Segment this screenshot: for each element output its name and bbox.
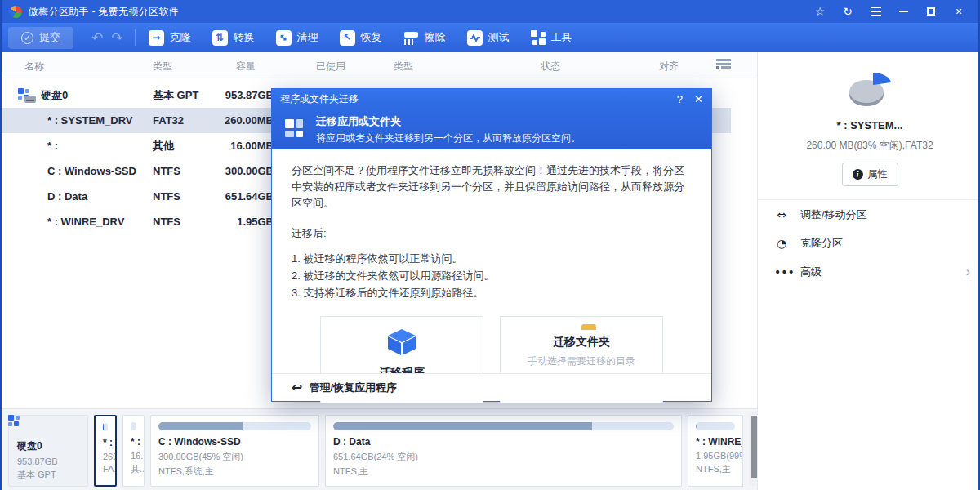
dialog-footer: ↩ 管理/恢复应用程序 (272, 373, 711, 401)
col-align: 对齐 (659, 60, 679, 74)
test-icon (467, 30, 483, 46)
disk-map-partition-c[interactable]: C : Windows-SSD 300.00GB(45% 空闲) NTFS,系统… (150, 415, 319, 487)
usage-bar (158, 422, 311, 430)
col-type2: 类型 (394, 60, 413, 74)
disk-map-partition-msr[interactable]: * : 16.... 其... (122, 415, 145, 487)
toolbar-recover[interactable]: ↖ 恢复 (340, 30, 382, 46)
dialog-benefit-list: 1. 被迁移的程序依然可以正常访问。 2. 被迁移的文件夹依然可以用源路径访问。… (292, 251, 692, 301)
usage-bar (696, 422, 735, 430)
app-logo-icon (10, 6, 22, 18)
col-type: 类型 (153, 60, 172, 74)
convert-icon: ⇅ (212, 30, 228, 46)
selected-partition-info: 260.00 MB(83% 空闲),FAT32 (758, 139, 980, 153)
dialog-intro-text: 分区空间不足？使用程序文件迁移立即无损释放空间！通过先进的技术手段，将分区中安装… (292, 163, 692, 212)
favorite-star-icon[interactable]: ☆ (808, 2, 831, 20)
right-panel: * : SYSTEM... 260.00 MB(83% 空闲),FAT32 i … (757, 52, 980, 490)
action-advanced[interactable]: ••• 高级 › (758, 257, 980, 286)
list-item: 3. 支持将迁移后的文件还原到原始路径。 (292, 285, 692, 302)
window-title: 傲梅分区助手 - 免费无损分区软件 (29, 5, 179, 19)
disk-map-panel: 硬盘0 953.87GB 基本 GPT * : ... 260... FA...… (2, 408, 763, 490)
dialog-header: 迁移应用或文件夹 将应用或者文件夹迁移到另一个分区，从而释放原分区空间。 (272, 109, 711, 149)
app-window: 傲梅分区助手 - 免费无损分区软件 ☆ ↻ × ✓ 提交 ↶ ↷ → 克隆 ⇅ … (0, 0, 980, 490)
action-clone-partition[interactable]: ◔ 克隆分区 (758, 229, 980, 257)
app-cube-icon (386, 328, 417, 356)
maximize-button[interactable] (920, 2, 942, 20)
dialog-help-button[interactable]: ? (677, 93, 683, 105)
table-header-row: 名称 类型 容量 已使用 类型 状态 对齐 (2, 52, 757, 78)
pie-chart-icon (844, 70, 896, 111)
toolbar-clone[interactable]: → 克隆 (149, 30, 191, 46)
disk-map-disk0[interactable]: 硬盘0 953.87GB 基本 GPT (8, 415, 88, 487)
dialog-header-subtitle: 将应用或者文件夹迁移到另一个分区，从而释放原分区空间。 (316, 131, 581, 145)
titlebar: 傲梅分区助手 - 免费无损分区软件 ☆ ↻ × (2, 0, 978, 23)
col-capacity: 容量 (236, 60, 256, 74)
usage-bar (103, 423, 108, 431)
check-icon: ✓ (21, 32, 33, 44)
disk-map-partition-system[interactable]: * : ... 260... FA... (94, 415, 117, 487)
action-resize-move-partition[interactable]: ⇔ 调整/移动分区 (758, 200, 980, 229)
list-item: 2. 被迁移的文件夹依然可以用源路径访问。 (292, 268, 692, 285)
recover-icon: ↖ (340, 30, 355, 46)
manage-restore-apps-link[interactable]: ↩ 管理/恢复应用程序 (292, 380, 397, 395)
disk-map-partition-winre[interactable]: * : WINRE_... 1.95GB(99%... NTFS,主 (688, 415, 743, 487)
disk-icon (18, 88, 36, 103)
clone-partition-icon: ◔ (774, 237, 789, 250)
properties-button[interactable]: i 属性 (842, 163, 898, 186)
erase-icon (403, 30, 419, 46)
list-item: 1. 被迁移的程序依然可以正常访问。 (292, 251, 692, 268)
hamburger-menu-icon[interactable] (864, 2, 887, 20)
dialog-title: 程序或文件夹迁移 (280, 92, 359, 106)
undo-icon[interactable]: ↶ (91, 29, 103, 46)
disk-map-partition-d[interactable]: D : Data 651.64GB(24% 空闲) NTFS,主 (325, 415, 682, 487)
clean-icon: ↔ (276, 30, 292, 46)
clone-icon: → (149, 30, 164, 46)
refresh-icon[interactable]: ↻ (836, 2, 859, 20)
col-status: 状态 (541, 60, 560, 74)
window-controls: ☆ ↻ × (808, 2, 970, 20)
toolbar: ✓ 提交 ↶ ↷ → 克隆 ⇅ 转换 ↔ 清理 ↖ 恢复 擦除 (2, 23, 978, 52)
dialog-after-label: 迁移后: (292, 226, 692, 241)
app-migrate-icon (285, 119, 306, 140)
toolbar-erase[interactable]: 擦除 (403, 30, 446, 46)
col-name: 名称 (24, 60, 44, 74)
minimize-button[interactable] (892, 2, 915, 20)
back-arrow-icon: ↩ (292, 380, 302, 395)
redo-icon[interactable]: ↷ (111, 29, 122, 46)
tools-icon (531, 30, 546, 45)
disk-icon (17, 421, 35, 436)
usage-bar (333, 422, 674, 430)
info-icon: i (853, 169, 863, 180)
toolbar-clean[interactable]: ↔ 清理 (276, 30, 318, 46)
submit-button[interactable]: ✓ 提交 (8, 27, 74, 49)
more-dots-icon: ••• (774, 265, 789, 278)
toolbar-tools[interactable]: 工具 (531, 30, 572, 45)
submit-label: 提交 (39, 30, 60, 45)
usage-bar (131, 422, 136, 430)
col-used: 已使用 (316, 60, 345, 74)
migrate-dialog: 程序或文件夹迁移 ? ✕ 迁移应用或文件夹 将应用或者文件夹迁移到另一个分区，从… (271, 88, 712, 402)
close-button[interactable]: × (947, 2, 970, 20)
dialog-close-button[interactable]: ✕ (694, 93, 703, 105)
toolbar-divider (135, 29, 136, 46)
toolbar-convert[interactable]: ⇅ 转换 (212, 30, 255, 46)
list-view-icon[interactable] (716, 59, 731, 70)
dialog-titlebar: 程序或文件夹迁移 ? ✕ (272, 89, 711, 109)
selected-partition-name: * : SYSTEM... (758, 119, 980, 131)
resize-move-icon: ⇔ (774, 208, 789, 221)
toolbar-test[interactable]: 测试 (467, 30, 510, 46)
dialog-header-title: 迁移应用或文件夹 (316, 114, 581, 129)
chevron-right-icon: › (966, 265, 970, 279)
